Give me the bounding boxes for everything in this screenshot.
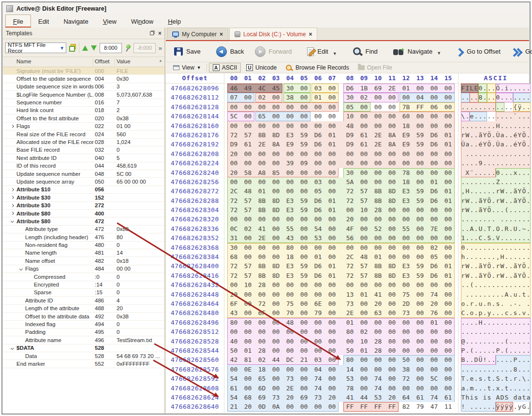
hex-byte-cell[interactable]: 00 bbox=[441, 85, 455, 92]
hex-byte-cell[interactable]: 00 bbox=[399, 338, 413, 345]
hex-byte-cell[interactable]: 50 bbox=[343, 347, 357, 354]
ascii-char-cell[interactable]: . bbox=[509, 141, 513, 148]
hex-byte-cell[interactable]: 00 bbox=[241, 385, 255, 392]
ascii-char-cell[interactable]: a bbox=[517, 394, 522, 401]
ascii-char-cell[interactable]: . bbox=[522, 338, 526, 345]
ascii-char-cell[interactable]: . bbox=[517, 85, 522, 92]
ascii-char-cell[interactable]: . bbox=[517, 338, 522, 345]
tree-row[interactable]: Update sequence array05065 00 00 00 bbox=[3, 178, 164, 186]
ascii-char-cell[interactable]: . bbox=[517, 319, 522, 326]
ascii-char-cell[interactable]: . bbox=[504, 94, 509, 101]
hex-byte-cell[interactable]: 00 bbox=[385, 225, 399, 232]
hex-byte-cell[interactable]: 80 bbox=[343, 328, 357, 335]
ascii-char-cell[interactable]: . bbox=[517, 159, 522, 167]
ascii-char-cell[interactable]: . bbox=[474, 225, 478, 232]
hex-byte-cell[interactable]: 00 bbox=[427, 150, 441, 158]
hex-byte-cell[interactable]: 00 bbox=[385, 169, 399, 176]
ascii-char-cell[interactable]: . bbox=[496, 150, 500, 158]
hex-byte-cell[interactable]: 00 bbox=[371, 366, 385, 373]
ascii-char-cell[interactable]: Y bbox=[483, 197, 487, 204]
hex-byte-cell[interactable]: 72 bbox=[227, 262, 241, 270]
ascii-char-cell[interactable]: . bbox=[526, 403, 531, 410]
hex-byte-cell[interactable]: FF bbox=[357, 403, 371, 410]
hex-byte-cell[interactable]: 2E bbox=[255, 234, 269, 242]
hex-byte-cell[interactable]: 00 bbox=[371, 281, 385, 288]
hex-byte-cell[interactable]: 00 bbox=[399, 244, 413, 251]
hex-byte-cell[interactable]: 5C bbox=[427, 375, 441, 382]
ascii-char-cell[interactable]: . bbox=[509, 94, 513, 101]
hex-byte-cell[interactable]: 00 bbox=[297, 244, 311, 251]
ascii-char-cell[interactable]: . bbox=[496, 319, 500, 326]
ascii-char-cell[interactable]: u bbox=[478, 300, 483, 307]
ascii-char-cell[interactable]: . bbox=[496, 206, 500, 214]
hex-byte-cell[interactable]: D6 bbox=[311, 131, 325, 139]
hex-byte-cell[interactable]: 2E bbox=[371, 131, 385, 139]
ascii-char-cell[interactable]: . bbox=[461, 328, 465, 335]
hex-byte-cell[interactable]: 00 bbox=[357, 159, 371, 167]
hex-byte-cell[interactable]: 46 bbox=[227, 85, 241, 92]
tree-row[interactable]: Offset to the first attribute0200x38 bbox=[3, 115, 164, 122]
ascii-char-cell[interactable]: . bbox=[474, 234, 478, 242]
hex-byte-cell[interactable]: 00 bbox=[399, 253, 413, 260]
hex-byte-cell[interactable]: 00 bbox=[427, 113, 441, 120]
hex-byte-cell[interactable]: 72 bbox=[399, 375, 413, 382]
ascii-char-cell[interactable]: . bbox=[513, 253, 517, 260]
chevron-down-icon[interactable]: ▼ bbox=[333, 51, 337, 56]
hex-byte-cell[interactable]: 00 bbox=[255, 319, 269, 326]
hex-byte-cell[interactable]: 57 bbox=[357, 262, 371, 270]
ascii-char-cell[interactable]: ã bbox=[478, 197, 483, 204]
ascii-char-cell[interactable]: . bbox=[513, 178, 517, 186]
ascii-char-cell[interactable]: C bbox=[478, 234, 483, 242]
ascii-char-cell[interactable]: ÿ bbox=[504, 403, 509, 410]
ascii-char-cell[interactable]: . bbox=[465, 328, 470, 335]
hex-byte-cell[interactable]: 00 bbox=[241, 234, 255, 242]
ascii-char-cell[interactable]: a bbox=[465, 141, 470, 148]
hex-byte-cell[interactable]: 00 bbox=[325, 113, 339, 120]
ascii-char-cell[interactable]: . bbox=[470, 187, 474, 195]
ascii-char-cell[interactable]: . bbox=[470, 103, 474, 111]
ascii-char-cell[interactable]: . bbox=[491, 122, 496, 129]
hex-byte-cell[interactable]: 01 bbox=[357, 291, 371, 298]
ascii-char-cell[interactable]: . bbox=[509, 291, 513, 298]
hex-byte-cell[interactable]: 00 bbox=[371, 244, 385, 251]
hex-byte-cell[interactable]: 00 bbox=[297, 366, 311, 373]
ascii-char-cell[interactable]: . bbox=[470, 94, 474, 101]
hex-byte-cell[interactable]: 00 bbox=[357, 150, 371, 158]
ascii-char-cell[interactable]: . bbox=[474, 366, 478, 373]
ascii-char-cell[interactable]: . bbox=[465, 244, 470, 251]
hex-byte-cell[interactable]: 10 bbox=[343, 113, 357, 120]
ascii-char-cell[interactable]: . bbox=[526, 338, 531, 345]
ascii-char-cell[interactable]: . bbox=[491, 234, 496, 242]
ascii-char-cell[interactable]: . bbox=[470, 197, 474, 204]
hex-byte-cell[interactable]: 06 bbox=[427, 103, 441, 111]
toolbar-overflow-icon[interactable]: » bbox=[159, 44, 162, 52]
tab-my-computer[interactable]: My Computer× bbox=[167, 28, 228, 40]
ascii-char-cell[interactable]: . bbox=[517, 206, 522, 214]
hex-byte-cell[interactable]: 00 bbox=[311, 319, 325, 326]
ascii-char-cell[interactable]: . bbox=[483, 253, 487, 260]
hex-byte-cell[interactable]: 00 bbox=[269, 366, 283, 373]
hex-byte-cell[interactable]: 00 bbox=[413, 366, 427, 373]
hex-byte-cell[interactable]: 8B bbox=[371, 272, 385, 279]
hex-byte-cell[interactable]: 00 bbox=[297, 103, 311, 111]
save-button[interactable]: Save bbox=[170, 45, 205, 58]
ascii-char-cell[interactable]: . bbox=[496, 366, 500, 373]
ascii-char-cell[interactable]: . bbox=[465, 356, 470, 363]
ascii-char-cell[interactable]: . bbox=[517, 150, 522, 158]
ascii-char-cell[interactable]: . bbox=[474, 187, 478, 195]
ascii-char-cell[interactable]: r bbox=[513, 375, 517, 382]
hex-byte-cell[interactable]: 00 bbox=[357, 225, 371, 232]
ascii-char-cell[interactable]: . bbox=[513, 150, 517, 158]
tree-row[interactable]: Attribute type4720x80 bbox=[3, 226, 164, 233]
ascii-char-cell[interactable]: . bbox=[478, 281, 483, 288]
ascii-char-cell[interactable]: . bbox=[526, 141, 531, 148]
hex-byte-cell[interactable]: 01 bbox=[357, 347, 371, 354]
hex-byte-cell[interactable]: 01 bbox=[441, 187, 455, 195]
hex-byte-cell[interactable]: 00 bbox=[241, 300, 255, 307]
ascii-char-cell[interactable]: S bbox=[487, 234, 491, 242]
previous-record-icon[interactable] bbox=[82, 45, 88, 51]
ascii-char-cell[interactable]: . bbox=[500, 300, 504, 307]
hex-byte-cell[interactable]: 00 bbox=[399, 347, 413, 354]
hex-byte-cell[interactable]: 74 bbox=[311, 375, 325, 382]
hex-byte-cell[interactable]: 72 bbox=[227, 272, 241, 279]
